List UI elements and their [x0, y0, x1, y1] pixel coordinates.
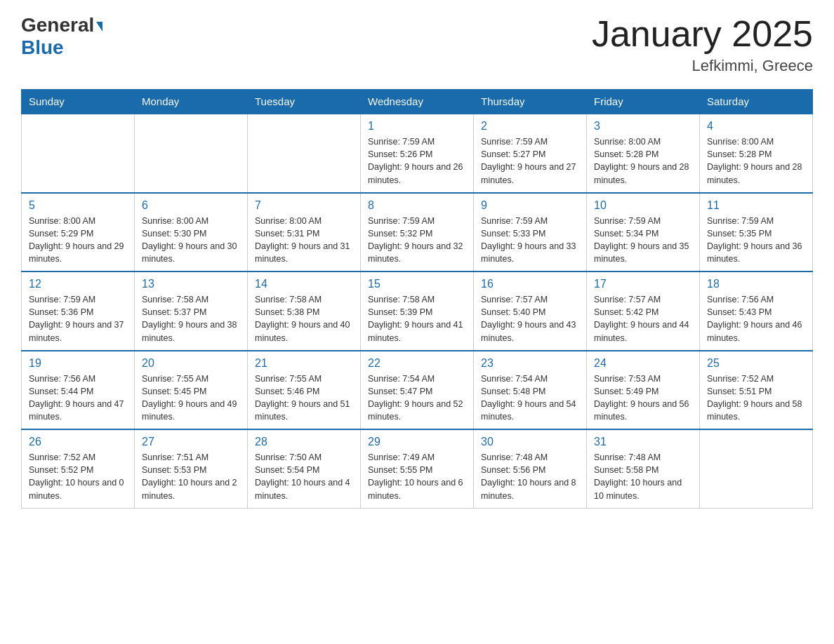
day-number: 26: [29, 436, 127, 448]
calendar-cell: 1Sunrise: 7:59 AM Sunset: 5:26 PM Daylig…: [361, 114, 474, 193]
day-number: 23: [481, 357, 579, 370]
header-saturday: Saturday: [700, 90, 813, 114]
location: Lefkimmi, Greece: [592, 57, 813, 75]
day-info: Sunrise: 7:48 AM Sunset: 5:56 PM Dayligh…: [481, 451, 579, 502]
calendar-cell: 17Sunrise: 7:57 AM Sunset: 5:42 PM Dayli…: [587, 271, 700, 351]
calendar-cell: 27Sunrise: 7:51 AM Sunset: 5:53 PM Dayli…: [135, 429, 248, 508]
calendar-cell: 6Sunrise: 8:00 AM Sunset: 5:30 PM Daylig…: [135, 193, 248, 272]
calendar-cell: 11Sunrise: 7:59 AM Sunset: 5:35 PM Dayli…: [700, 193, 813, 272]
day-info: Sunrise: 7:58 AM Sunset: 5:38 PM Dayligh…: [255, 293, 353, 344]
calendar-cell: 20Sunrise: 7:55 AM Sunset: 5:45 PM Dayli…: [135, 351, 248, 430]
day-info: Sunrise: 8:00 AM Sunset: 5:29 PM Dayligh…: [29, 215, 127, 266]
day-info: Sunrise: 7:57 AM Sunset: 5:42 PM Dayligh…: [594, 293, 692, 344]
day-number: 8: [368, 199, 466, 212]
calendar-cell: 19Sunrise: 7:56 AM Sunset: 5:44 PM Dayli…: [22, 351, 135, 430]
header-monday: Monday: [135, 90, 248, 114]
day-number: 1: [368, 120, 466, 133]
calendar-cell: 25Sunrise: 7:52 AM Sunset: 5:51 PM Dayli…: [700, 351, 813, 430]
day-info: Sunrise: 7:55 AM Sunset: 5:46 PM Dayligh…: [255, 373, 353, 424]
day-info: Sunrise: 8:00 AM Sunset: 5:28 PM Dayligh…: [707, 135, 805, 187]
week-row-5: 26Sunrise: 7:52 AM Sunset: 5:52 PM Dayli…: [22, 429, 813, 508]
week-row-2: 5Sunrise: 8:00 AM Sunset: 5:29 PM Daylig…: [22, 193, 813, 272]
logo: General Blue: [21, 14, 102, 59]
calendar-cell: [700, 429, 813, 508]
day-number: 27: [142, 436, 240, 448]
day-number: 4: [707, 120, 805, 133]
day-number: 16: [481, 278, 579, 290]
day-number: 2: [481, 120, 579, 133]
day-number: 10: [594, 199, 692, 212]
page-header: General Blue January 2025 Lefkimmi, Gree…: [21, 14, 813, 75]
day-number: 3: [594, 120, 692, 133]
day-info: Sunrise: 7:55 AM Sunset: 5:45 PM Dayligh…: [142, 373, 240, 424]
calendar-cell: 28Sunrise: 7:50 AM Sunset: 5:54 PM Dayli…: [248, 429, 361, 508]
day-info: Sunrise: 7:59 AM Sunset: 5:33 PM Dayligh…: [481, 215, 579, 266]
calendar-cell: 16Sunrise: 7:57 AM Sunset: 5:40 PM Dayli…: [474, 271, 587, 351]
day-number: 24: [594, 357, 692, 370]
day-info: Sunrise: 7:58 AM Sunset: 5:37 PM Dayligh…: [142, 293, 240, 344]
day-number: 15: [368, 278, 466, 290]
day-number: 28: [255, 436, 353, 448]
day-info: Sunrise: 7:51 AM Sunset: 5:53 PM Dayligh…: [142, 451, 240, 502]
day-info: Sunrise: 8:00 AM Sunset: 5:30 PM Dayligh…: [142, 215, 240, 266]
day-number: 31: [594, 436, 692, 448]
day-info: Sunrise: 7:57 AM Sunset: 5:40 PM Dayligh…: [481, 293, 579, 344]
day-info: Sunrise: 7:59 AM Sunset: 5:26 PM Dayligh…: [368, 135, 466, 187]
day-info: Sunrise: 7:54 AM Sunset: 5:47 PM Dayligh…: [368, 373, 466, 424]
calendar-table: SundayMondayTuesdayWednesdayThursdayFrid…: [21, 89, 813, 509]
day-number: 18: [707, 278, 805, 290]
calendar-cell: 14Sunrise: 7:58 AM Sunset: 5:38 PM Dayli…: [248, 271, 361, 351]
calendar-cell: 4Sunrise: 8:00 AM Sunset: 5:28 PM Daylig…: [700, 114, 813, 193]
day-info: Sunrise: 8:00 AM Sunset: 5:28 PM Dayligh…: [594, 135, 692, 187]
day-number: 12: [29, 278, 127, 290]
calendar-cell: 21Sunrise: 7:55 AM Sunset: 5:46 PM Dayli…: [248, 351, 361, 430]
day-info: Sunrise: 7:59 AM Sunset: 5:36 PM Dayligh…: [29, 293, 127, 344]
calendar-cell: 13Sunrise: 7:58 AM Sunset: 5:37 PM Dayli…: [135, 271, 248, 351]
day-info: Sunrise: 7:59 AM Sunset: 5:32 PM Dayligh…: [368, 215, 466, 266]
calendar-cell: 9Sunrise: 7:59 AM Sunset: 5:33 PM Daylig…: [474, 193, 587, 272]
day-number: 22: [368, 357, 466, 370]
header-tuesday: Tuesday: [248, 90, 361, 114]
header-wednesday: Wednesday: [361, 90, 474, 114]
day-info: Sunrise: 7:59 AM Sunset: 5:35 PM Dayligh…: [707, 215, 805, 266]
day-number: 20: [142, 357, 240, 370]
day-number: 30: [481, 436, 579, 448]
day-info: Sunrise: 7:56 AM Sunset: 5:44 PM Dayligh…: [29, 373, 127, 424]
day-number: 6: [142, 199, 240, 212]
day-number: 25: [707, 357, 805, 370]
calendar-cell: [248, 114, 361, 193]
calendar-cell: 29Sunrise: 7:49 AM Sunset: 5:55 PM Dayli…: [361, 429, 474, 508]
day-info: Sunrise: 7:56 AM Sunset: 5:43 PM Dayligh…: [707, 293, 805, 344]
calendar-cell: 10Sunrise: 7:59 AM Sunset: 5:34 PM Dayli…: [587, 193, 700, 272]
calendar-cell: [22, 114, 135, 193]
day-number: 17: [594, 278, 692, 290]
calendar-cell: 15Sunrise: 7:58 AM Sunset: 5:39 PM Dayli…: [361, 271, 474, 351]
day-number: 13: [142, 278, 240, 290]
calendar-cell: 24Sunrise: 7:53 AM Sunset: 5:49 PM Dayli…: [587, 351, 700, 430]
day-info: Sunrise: 7:50 AM Sunset: 5:54 PM Dayligh…: [255, 451, 353, 502]
title-section: January 2025 Lefkimmi, Greece: [592, 14, 813, 75]
day-info: Sunrise: 7:52 AM Sunset: 5:51 PM Dayligh…: [707, 373, 805, 424]
day-number: 19: [29, 357, 127, 370]
day-number: 21: [255, 357, 353, 370]
day-info: Sunrise: 7:59 AM Sunset: 5:27 PM Dayligh…: [481, 135, 579, 187]
day-info: Sunrise: 8:00 AM Sunset: 5:31 PM Dayligh…: [255, 215, 353, 266]
month-title: January 2025: [592, 14, 813, 54]
logo-general: General: [21, 14, 102, 36]
day-number: 7: [255, 199, 353, 212]
calendar-cell: 7Sunrise: 8:00 AM Sunset: 5:31 PM Daylig…: [248, 193, 361, 272]
day-info: Sunrise: 7:58 AM Sunset: 5:39 PM Dayligh…: [368, 293, 466, 344]
calendar-cell: 5Sunrise: 8:00 AM Sunset: 5:29 PM Daylig…: [22, 193, 135, 272]
calendar-cell: 22Sunrise: 7:54 AM Sunset: 5:47 PM Dayli…: [361, 351, 474, 430]
calendar-cell: 18Sunrise: 7:56 AM Sunset: 5:43 PM Dayli…: [700, 271, 813, 351]
week-row-1: 1Sunrise: 7:59 AM Sunset: 5:26 PM Daylig…: [22, 114, 813, 193]
header-friday: Friday: [587, 90, 700, 114]
day-info: Sunrise: 7:48 AM Sunset: 5:58 PM Dayligh…: [594, 451, 692, 502]
logo-blue: Blue: [21, 36, 64, 59]
day-number: 14: [255, 278, 353, 290]
day-info: Sunrise: 7:52 AM Sunset: 5:52 PM Dayligh…: [29, 451, 127, 502]
day-number: 29: [368, 436, 466, 448]
calendar-cell: 31Sunrise: 7:48 AM Sunset: 5:58 PM Dayli…: [587, 429, 700, 508]
calendar-cell: 8Sunrise: 7:59 AM Sunset: 5:32 PM Daylig…: [361, 193, 474, 272]
calendar-cell: 12Sunrise: 7:59 AM Sunset: 5:36 PM Dayli…: [22, 271, 135, 351]
